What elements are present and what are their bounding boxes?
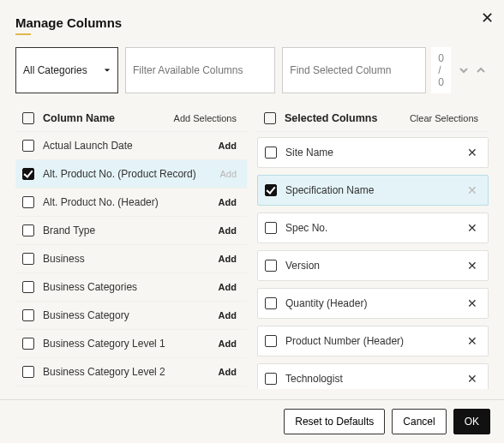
available-row[interactable]: Business CategoryAdd [15, 302, 247, 330]
row-add-link[interactable]: Add [219, 141, 242, 151]
category-dropdown-label: All Categories [23, 64, 87, 76]
row-label: Quantity (Header) [285, 297, 462, 309]
row-checkbox[interactable] [265, 184, 277, 196]
row-label: Alt. Product No. (Header) [43, 196, 219, 208]
remove-icon[interactable]: ✕ [462, 334, 483, 348]
selected-row[interactable]: Technologist✕ [257, 363, 489, 389]
selected-select-all-checkbox[interactable] [264, 112, 276, 124]
selected-row[interactable]: Spec No.✕ [257, 213, 489, 243]
row-label: Business Category [43, 309, 219, 321]
available-row[interactable]: Brand TypeAdd [15, 217, 247, 245]
row-label: Business [43, 253, 219, 265]
row-add-link[interactable]: Add [219, 197, 242, 207]
selected-row[interactable]: Product Number (Header)✕ [257, 326, 489, 356]
selected-header: Selected Columns [285, 112, 410, 124]
row-checkbox[interactable] [265, 222, 277, 234]
available-row[interactable]: Actual Launch DateAdd [15, 132, 247, 160]
row-add-link[interactable]: Add [219, 225, 242, 236]
available-row[interactable]: BusinessAdd [15, 245, 247, 273]
row-label: Business Category Level 2 [43, 366, 219, 378]
find-selected-input[interactable] [282, 47, 426, 93]
row-label: Business Category Level 1 [43, 338, 219, 350]
cancel-button[interactable]: Cancel [392, 409, 446, 434]
remove-icon[interactable]: ✕ [462, 221, 483, 235]
row-checkbox[interactable] [22, 168, 34, 180]
selected-row[interactable]: Site Name✕ [257, 137, 489, 168]
row-checkbox[interactable] [22, 224, 34, 236]
close-icon[interactable]: ✕ [481, 9, 494, 27]
selected-row[interactable]: Version✕ [257, 250, 489, 281]
caret-down-icon [104, 67, 111, 74]
row-add-link[interactable]: Add [219, 338, 242, 349]
available-row[interactable]: Alt. Product No. (Header)Add [15, 189, 247, 217]
available-row[interactable]: Business Category Level 2Add [15, 358, 247, 386]
row-checkbox[interactable] [22, 366, 34, 378]
row-checkbox[interactable] [22, 281, 34, 293]
remove-icon[interactable]: ✕ [462, 372, 483, 386]
available-header: Column Name [43, 112, 174, 124]
row-label: Specification Name [285, 184, 462, 196]
reset-defaults-button[interactable]: Reset to Defaults [284, 409, 385, 434]
row-label: Alt. Product No. (Product Record) [43, 168, 219, 180]
add-selections-link[interactable]: Add Selections [174, 113, 242, 123]
filter-available-input[interactable] [125, 47, 275, 93]
row-checkbox[interactable] [265, 297, 277, 309]
row-add-link[interactable]: Add [219, 367, 242, 377]
available-select-all-checkbox[interactable] [22, 112, 34, 124]
row-checkbox[interactable] [265, 260, 277, 272]
row-checkbox[interactable] [22, 140, 34, 152]
row-checkbox[interactable] [22, 196, 34, 208]
match-counter: 0 / 0 [431, 47, 451, 93]
row-add-link[interactable]: Add [219, 310, 242, 320]
selected-row[interactable]: Quantity (Header)✕ [257, 288, 489, 319]
row-label: Actual Launch Date [43, 140, 219, 152]
row-label: Technologist [285, 373, 462, 385]
row-label: Business Categories [43, 281, 219, 293]
row-label: Brand Type [43, 224, 219, 236]
chevron-up-icon[interactable] [477, 66, 485, 75]
row-checkbox[interactable] [22, 253, 34, 265]
available-row[interactable]: Alt. Product No. (Product Record)Add [15, 160, 247, 189]
row-add-link: Add [219, 169, 242, 179]
selected-row[interactable]: Specification Name✕ [257, 175, 489, 206]
row-add-link[interactable]: Add [219, 282, 242, 292]
remove-icon[interactable]: ✕ [462, 259, 483, 272]
row-add-link[interactable]: Add [219, 254, 242, 264]
remove-icon[interactable]: ✕ [462, 183, 483, 197]
row-label: Version [285, 260, 462, 272]
category-dropdown[interactable]: All Categories [15, 47, 118, 93]
available-row[interactable]: Business CategoriesAdd [15, 273, 247, 302]
chevron-down-icon[interactable] [459, 66, 468, 75]
remove-icon[interactable]: ✕ [462, 146, 483, 159]
ok-button[interactable]: OK [453, 409, 490, 434]
row-checkbox[interactable] [265, 373, 277, 385]
row-label: Product Number (Header) [285, 335, 462, 347]
row-checkbox[interactable] [22, 338, 34, 350]
row-checkbox[interactable] [265, 335, 277, 347]
available-row[interactable]: Business Category Level 1Add [15, 330, 247, 358]
row-label: Spec No. [285, 222, 462, 234]
row-checkbox[interactable] [22, 309, 34, 321]
clear-selections-link[interactable]: Clear Selections [410, 113, 483, 123]
title-underline [15, 33, 31, 35]
row-label: Site Name [285, 147, 462, 159]
remove-icon[interactable]: ✕ [462, 296, 483, 310]
dialog-title: Manage Columns [15, 15, 489, 30]
row-checkbox[interactable] [265, 147, 277, 159]
